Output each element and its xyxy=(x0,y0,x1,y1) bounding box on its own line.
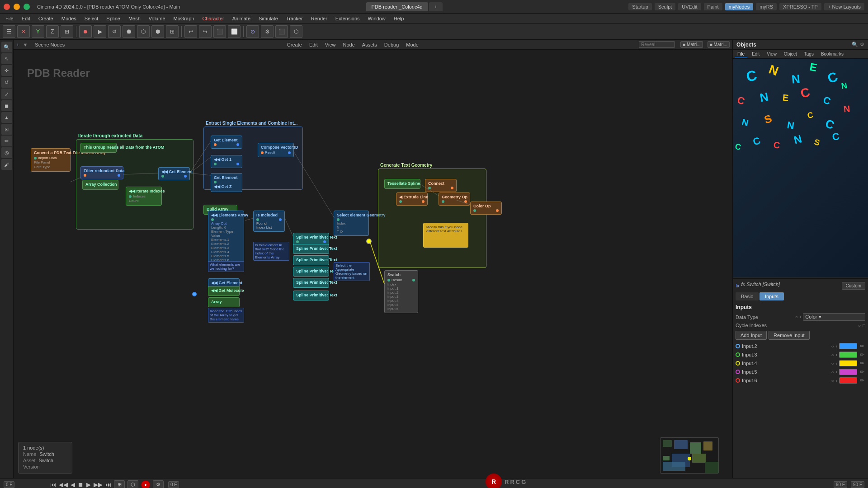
sidebar-select[interactable]: ↖ xyxy=(1,53,12,64)
input5-edit-btn[interactable]: ✏ xyxy=(859,369,865,375)
new-layouts-btn[interactable]: + New Layouts xyxy=(824,3,864,10)
menu-spline[interactable]: Spline xyxy=(103,15,124,22)
menu-create[interactable]: Create xyxy=(35,15,57,22)
toolbar-play-btn[interactable]: ▶ xyxy=(94,25,106,38)
uvedit-btn[interactable]: UVEdit xyxy=(678,3,701,10)
sidebar-poly1[interactable]: ◼ xyxy=(1,100,12,111)
menu-extensions[interactable]: Extensions xyxy=(332,15,363,22)
input3-edit-btn[interactable]: ✏ xyxy=(859,352,865,358)
getz-node[interactable]: Get Element ◀◀ Get Z xyxy=(211,173,242,192)
obj-tab-bookmarks[interactable]: Bookmarks xyxy=(818,51,846,57)
menu-render[interactable]: Render xyxy=(307,15,331,22)
obj-tab-object[interactable]: Object xyxy=(781,51,800,57)
spline-prim4-node[interactable]: Spline Primitive: Text xyxy=(293,267,329,277)
get-element-node[interactable]: ◀◀ Get Element xyxy=(158,167,190,180)
toolbar-x-btn[interactable]: ✕ xyxy=(17,25,30,38)
tl-record-btn[interactable]: ● xyxy=(141,480,150,488)
is-included-node[interactable]: Is Included Found Index List xyxy=(253,211,285,232)
tessellate-spline-node[interactable]: Tessellate Spline xyxy=(384,179,420,189)
toolbar-z-btn[interactable]: Z xyxy=(46,25,59,38)
toolbar-shape1-btn[interactable]: ⬟ xyxy=(123,25,135,38)
elements-array-node[interactable]: ◀◀ Elements Array Array Out Length: 0 El… xyxy=(208,211,244,264)
obj-tab-view[interactable]: View xyxy=(764,51,779,57)
spline-prim6-node[interactable]: Spline Primitive: Text xyxy=(293,291,329,300)
tl-back-btn[interactable]: ◀ xyxy=(71,481,75,488)
toolbar-shape3-btn[interactable]: ⬢ xyxy=(151,25,164,38)
input2-edit-btn[interactable]: ✏ xyxy=(859,343,865,349)
attr-tab-inputs[interactable]: Inputs xyxy=(760,292,784,300)
input5-color-swatch[interactable] xyxy=(839,369,857,375)
compose-vector3d-node[interactable]: Compose Vector3D Result xyxy=(258,143,294,157)
menu-edit[interactable]: Edit xyxy=(18,15,34,22)
input4-circle[interactable] xyxy=(736,361,740,366)
input5-circle[interactable] xyxy=(736,370,740,374)
input6-edit-btn[interactable]: ✏ xyxy=(859,377,865,384)
tl-last-btn[interactable]: ⏭ xyxy=(105,481,111,488)
remove-input-btn[interactable]: Remove Input xyxy=(769,331,809,340)
xpresso-btn[interactable]: XPRESSO - TP xyxy=(779,3,821,10)
toolbar-shape2-btn[interactable]: ⬡ xyxy=(137,25,150,38)
toolbar-render-btn[interactable]: ⬛ xyxy=(275,25,288,38)
input4-edit-btn[interactable]: ✏ xyxy=(859,360,865,366)
custom-dropdown[interactable]: Custom xyxy=(842,282,865,290)
frame-start-display[interactable]: 0 F xyxy=(4,481,14,488)
input6-color-swatch[interactable] xyxy=(839,377,857,384)
sidebar-scale[interactable]: ⤢ xyxy=(1,89,12,99)
menu-animate[interactable]: Animate xyxy=(229,15,254,22)
minimize-button[interactable] xyxy=(14,4,20,10)
obj-search-btn[interactable]: 🔍 xyxy=(852,42,858,47)
menu-mograph[interactable]: MoGraph xyxy=(170,15,198,22)
switch-node[interactable]: Switch Result Index Input.1 Input.2 Inpu… xyxy=(384,270,418,313)
add-input-btn[interactable]: Add Input xyxy=(736,331,767,340)
sculpt-btn[interactable]: Sculpt xyxy=(655,3,676,10)
geometry-op-node[interactable]: Geometry Op xyxy=(439,192,470,206)
sidebar-snap[interactable]: ⊡ xyxy=(1,124,12,135)
tl-ff-btn[interactable]: ▶▶ xyxy=(94,481,103,488)
tl-anim-btn[interactable]: ⬡ xyxy=(127,480,138,488)
this-group-node[interactable]: This Group Reads all Data from the ATOM xyxy=(80,143,117,153)
tl-square-btn[interactable]: ⊞ xyxy=(114,480,125,488)
menu-help[interactable]: Help xyxy=(390,15,408,22)
input2-circle[interactable] xyxy=(736,344,740,348)
mynodes-btn[interactable]: myNodes xyxy=(725,3,753,10)
connect-node[interactable]: Connect xyxy=(425,179,457,192)
obj-settings-btn[interactable]: ⚙ xyxy=(860,42,864,47)
select-element-geo-node[interactable]: Select element Geometry Index N T O xyxy=(334,211,369,236)
sidebar-paint[interactable]: 🖌 xyxy=(1,159,12,170)
sidebar-move[interactable]: ✛ xyxy=(1,65,12,76)
toolbar-grid-btn[interactable]: ⊞ xyxy=(61,25,73,38)
toolbar-circle-btn[interactable]: ⊙ xyxy=(246,25,259,38)
tl-frame-end2[interactable]: 90 F xyxy=(851,481,864,488)
obj-tab-file[interactable]: File xyxy=(735,51,747,57)
menu-volume[interactable]: Volume xyxy=(145,15,169,22)
startup-btn[interactable]: Startup xyxy=(628,3,651,10)
get-molecule-node[interactable]: ◀◀ Get Molecule xyxy=(208,286,240,296)
sidebar-poly2[interactable]: ▲ xyxy=(1,112,12,123)
toolbar-redo-btn[interactable]: ↪ xyxy=(199,25,212,38)
toolbar-mag-btn[interactable]: ⊞ xyxy=(166,25,179,38)
get-element-extract-node[interactable]: Get Element xyxy=(211,136,242,149)
array2-node[interactable]: Array xyxy=(208,297,240,307)
input3-circle[interactable] xyxy=(736,352,740,357)
new-tab-btn[interactable]: + xyxy=(429,2,443,11)
tl-first-btn[interactable]: ⏮ xyxy=(50,481,56,488)
menu-file[interactable]: File xyxy=(2,15,17,22)
tl-current-frame[interactable]: 0 F xyxy=(168,481,179,488)
extrude-line-node[interactable]: ◀ Extrude Line xyxy=(396,192,428,206)
menu-modes[interactable]: Modes xyxy=(58,15,80,22)
toolbar-record-btn[interactable]: ⏺ xyxy=(79,25,92,38)
filter-redundant-node[interactable]: Filter redundant Data xyxy=(80,166,123,179)
node-editor[interactable]: + ▼ Scene Nodes Create Edit View Node As… xyxy=(14,40,732,478)
input2-color-swatch[interactable] xyxy=(839,343,857,349)
input3-color-swatch[interactable] xyxy=(839,352,857,358)
sidebar-search[interactable]: 🔍 xyxy=(1,42,12,52)
spline-prim3-node[interactable]: Spline Primitive: Text xyxy=(293,255,329,265)
obj-tab-edit[interactable]: Edit xyxy=(749,51,762,57)
datatype-dropdown[interactable]: Color ▾ xyxy=(803,313,865,321)
input6-circle[interactable] xyxy=(736,378,740,383)
toolbar-undo-btn[interactable]: ↩ xyxy=(184,25,197,38)
myrs-btn[interactable]: myRS xyxy=(756,3,777,10)
toolbar-icon-1[interactable]: ☰ xyxy=(3,25,15,38)
toolbar-y-btn[interactable]: Y xyxy=(32,25,44,38)
tl-prev-btn[interactable]: ◀◀ xyxy=(59,481,68,488)
